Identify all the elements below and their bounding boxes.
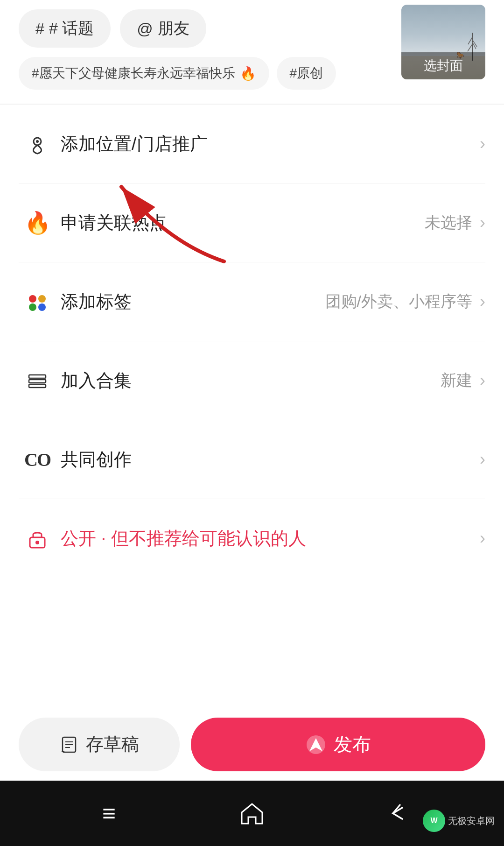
- hotspot-value: 未选择: [425, 212, 472, 233]
- publish-label: 发布: [334, 732, 371, 757]
- hashtag-text-2: #原创: [290, 64, 323, 82]
- menu-icon: ≡: [102, 800, 116, 827]
- menu-item-privacy[interactable]: 公开 · 但不推荐给可能认识的人 ›: [19, 499, 485, 578]
- menu-item-hotspot[interactable]: 🔥 申请关联热点 未选择 ›: [19, 183, 485, 262]
- collection-chevron: ›: [480, 371, 485, 390]
- collection-value: 新建: [441, 370, 472, 391]
- hashtag-chip-2[interactable]: #原创: [277, 57, 336, 90]
- co-icon: CO: [19, 441, 56, 478]
- tags-value: 团购/外卖、小程序等: [325, 291, 472, 312]
- collection-label: 加入合集: [61, 369, 441, 393]
- watermark-logo: W: [423, 810, 445, 832]
- hashtag-chip-1[interactable]: #愿天下父母健康长寿永远幸福快乐 🔥: [19, 57, 269, 90]
- bottom-action-bar: 存草稿 发布: [0, 708, 504, 781]
- svg-point-6: [36, 140, 39, 143]
- publish-icon: [306, 734, 326, 755]
- watermark-text: 无极安卓网: [448, 815, 495, 827]
- svg-point-7: [29, 295, 36, 303]
- menu-item-tags[interactable]: 添加标签 团购/外卖、小程序等 ›: [19, 262, 485, 341]
- watermark: W 无极安卓网: [423, 810, 495, 832]
- svg-line-2: [468, 37, 472, 44]
- tags-section: # # 话题 @ 朋友 🐎 选封面: [0, 0, 504, 52]
- cover-label: 选封面: [401, 52, 485, 79]
- nav-menu-button[interactable]: ≡: [90, 795, 127, 832]
- collab-chevron: ›: [480, 450, 485, 469]
- cover-button[interactable]: 🐎 选封面: [401, 5, 485, 79]
- fire-icon-1: 🔥: [240, 66, 256, 81]
- hashtag-text-1: #愿天下父母健康长寿永远幸福快乐: [32, 64, 235, 82]
- topic-button[interactable]: # # 话题: [19, 9, 111, 48]
- svg-rect-12: [29, 380, 46, 383]
- navigation-bar: ≡ W 无极安卓网: [0, 781, 504, 846]
- publish-button[interactable]: 发布: [191, 718, 485, 771]
- svg-rect-11: [29, 384, 46, 388]
- draft-button[interactable]: 存草稿: [19, 718, 180, 771]
- location-icon: [19, 125, 56, 162]
- svg-point-15: [35, 541, 39, 544]
- mention-label: 朋友: [158, 18, 189, 39]
- hotspot-chevron: ›: [480, 213, 485, 233]
- tags-chevron: ›: [480, 292, 485, 311]
- lock-icon: [19, 520, 56, 557]
- svg-point-8: [38, 295, 46, 303]
- hash-symbol: #: [35, 20, 44, 38]
- location-chevron: ›: [480, 134, 485, 154]
- mention-button[interactable]: @ 朋友: [120, 9, 206, 48]
- draft-label: 存草稿: [86, 733, 139, 756]
- home-icon: [238, 799, 266, 827]
- nav-home-button[interactable]: [233, 795, 271, 832]
- svg-line-4: [468, 44, 472, 51]
- menu-item-collection[interactable]: 加入合集 新建 ›: [19, 341, 485, 420]
- menu-item-collab[interactable]: CO 共同创作 ›: [19, 420, 485, 499]
- tags-label: 添加标签: [61, 290, 325, 314]
- menu-item-location[interactable]: 添加位置/门店推广 ›: [19, 105, 485, 183]
- location-label: 添加位置/门店推广: [61, 132, 480, 156]
- privacy-chevron: ›: [480, 529, 485, 548]
- hotspot-label: 申请关联热点: [61, 211, 425, 235]
- topic-label: # 话题: [49, 18, 94, 39]
- fire-icon: 🔥: [19, 204, 56, 241]
- draft-icon: [60, 735, 78, 754]
- nav-back-button[interactable]: [377, 795, 414, 832]
- collab-label: 共同创作: [61, 448, 480, 472]
- layers-icon: [19, 362, 56, 399]
- at-symbol: @: [137, 20, 153, 38]
- menu-list: 添加位置/门店推广 › 🔥 申请关联热点 未选择 › 添加标签 团购/外卖、小程…: [0, 105, 504, 578]
- back-icon: [381, 799, 409, 827]
- svg-point-10: [38, 303, 46, 311]
- svg-point-9: [29, 303, 36, 311]
- dots-icon: [19, 283, 56, 320]
- privacy-label: 公开 · 但不推荐给可能认识的人: [61, 527, 480, 550]
- svg-rect-13: [29, 375, 46, 378]
